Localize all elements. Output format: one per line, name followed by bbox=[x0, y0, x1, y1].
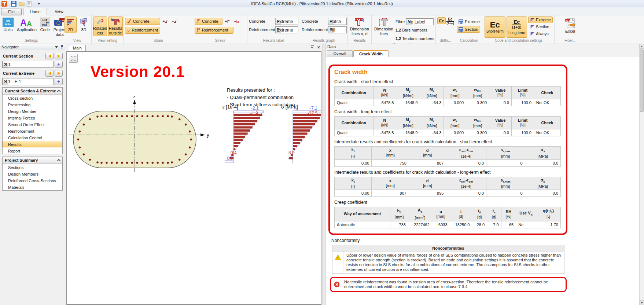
tab-overall[interactable]: Overall bbox=[327, 50, 353, 57]
customize-toolbar-icon[interactable] bbox=[36, 1, 42, 7]
add-section-button[interactable]: + bbox=[55, 61, 63, 68]
code-button[interactable]: 1,159025.8 Code bbox=[39, 16, 51, 33]
table-cell: 7.0 bbox=[487, 221, 501, 228]
stress-concrete-button[interactable]: Concrete bbox=[195, 18, 222, 25]
collapse-panel-icon[interactable] bbox=[310, 45, 314, 49]
add-extreme-button[interactable]: + bbox=[55, 78, 63, 85]
next-extreme-button[interactable] bbox=[55, 70, 63, 77]
sidebar-item-cross-section[interactable]: Cross-section bbox=[3, 95, 62, 101]
tab-file[interactable]: File bbox=[1, 8, 22, 15]
stiffness-ec-phi-button[interactable]: Ec(1+φ) bbox=[446, 18, 454, 25]
stress-concrete-icon bbox=[197, 19, 200, 23]
sidebar-item-materials[interactable]: Materials bbox=[3, 184, 62, 190]
strain-concrete-button[interactable]: Concrete bbox=[125, 18, 160, 25]
sidebar-item-report[interactable]: Report bbox=[3, 147, 62, 154]
sidebar-item-results[interactable]: Results bbox=[3, 141, 62, 147]
results-label-concrete-select[interactable]: Extreme bbox=[275, 18, 298, 25]
scrollbar-thumb[interactable] bbox=[640, 49, 644, 112]
long-term-button[interactable]: Ec(1+φ) Long-term bbox=[507, 16, 527, 38]
sidebar-item-reinforced-cross-sections[interactable]: Reinforced Cross-Sections bbox=[3, 177, 62, 184]
sidebar-item-reinforcement[interactable]: Reinforcement bbox=[3, 128, 62, 134]
table-cell: 0.000 bbox=[444, 129, 466, 136]
warning-icon: ! bbox=[332, 251, 343, 273]
sidebar-item-design-member[interactable]: Design Member bbox=[3, 108, 62, 114]
dimension-lines-xd-button[interactable]: Dimension lines x, d bbox=[349, 16, 370, 37]
calculation-section-button[interactable]: Section bbox=[457, 26, 480, 33]
tab-home[interactable]: Home bbox=[23, 8, 47, 16]
strain-minus-icon[interactable]: − bbox=[170, 18, 179, 25]
sidebar-item-sections[interactable]: Sections bbox=[3, 164, 62, 170]
view-3d-button[interactable]: 3D bbox=[78, 16, 90, 33]
tab-view[interactable]: View bbox=[48, 8, 70, 15]
close-icon[interactable]: ✕ bbox=[317, 45, 320, 49]
strain-reinforcement-button[interactable]: Reinforcement bbox=[125, 27, 160, 34]
results-graph-reinforcement-select[interactable]: Fill bbox=[328, 26, 347, 33]
inter-short-table: kt[-]x[mm]d[mm]εsm-εcm[1e-4]sr,max[mm]σs… bbox=[334, 146, 561, 166]
rotated-css-button[interactable]: Rotated css bbox=[93, 16, 107, 36]
table-cell: 0.0 bbox=[489, 99, 512, 106]
column-header: εsm-εcm[1e-4] bbox=[446, 177, 486, 190]
column-header: ts[d] bbox=[487, 207, 501, 221]
data-scrollbar[interactable] bbox=[639, 44, 644, 305]
application-button[interactable]: AA Application bbox=[16, 16, 38, 33]
save-icon[interactable] bbox=[11, 1, 17, 7]
stiffness-ec-button[interactable]: Ec bbox=[437, 17, 446, 24]
sidebar-item-calculation-control[interactable]: Calculation Control bbox=[3, 134, 62, 141]
calculation-extreme-button[interactable]: Extreme bbox=[457, 18, 482, 25]
scroll-down-icon[interactable] bbox=[640, 300, 644, 305]
results-graph-concrete-select[interactable]: Hatch bbox=[328, 18, 347, 25]
project-summary-header[interactable]: Project Summary bbox=[3, 157, 62, 164]
excel-export-button[interactable]: XLS Excel bbox=[564, 16, 577, 34]
open-folder-icon[interactable] bbox=[18, 1, 25, 7]
table-cell: Automatic bbox=[335, 221, 390, 228]
nonconformities-header: Nonconformities bbox=[332, 245, 564, 251]
next-section-button[interactable] bbox=[55, 53, 63, 59]
group-label-results: Results bbox=[348, 38, 371, 44]
stress-minus-icon[interactable]: − bbox=[233, 18, 241, 25]
table-cell: 0.0 bbox=[489, 129, 512, 136]
new-document-icon[interactable] bbox=[26, 1, 32, 7]
navigator-menu-icon[interactable] bbox=[55, 46, 58, 48]
bars-numbers-toggle[interactable]: 1,2Bars numbers bbox=[395, 26, 434, 34]
pin-icon[interactable] bbox=[60, 45, 63, 49]
fibre-select[interactable]: No Label bbox=[406, 18, 434, 25]
tendons-numbers-toggle[interactable]: 1,2Tendons numbers bbox=[395, 35, 434, 42]
table-cell: 2227462 bbox=[408, 221, 432, 228]
code-extreme-button[interactable]: Extreme bbox=[528, 16, 553, 23]
short-term-button[interactable]: Ec Short-term bbox=[485, 16, 505, 38]
sidebar-item-design-members[interactable]: Design Members bbox=[3, 170, 62, 177]
stress-top-value: -37.5 bbox=[308, 111, 317, 116]
stress-plus-icon[interactable]: + bbox=[224, 18, 232, 25]
sidebar-item-internal-forces[interactable]: Internal Forces bbox=[3, 114, 62, 121]
code-section-button[interactable]: Section bbox=[528, 23, 553, 30]
z-axis-arrow bbox=[133, 100, 136, 104]
panel-splitter[interactable] bbox=[323, 44, 325, 305]
section-extreme-header[interactable]: Current Section & Extreme bbox=[3, 88, 62, 95]
strain-top-elastic-value: -2.1 bbox=[251, 106, 259, 111]
results-graph-reinforcement: Reinforcement bbox=[302, 27, 327, 32]
prev-section-button[interactable] bbox=[45, 53, 54, 59]
drawing-canvas[interactable]: ↖↗↙↘ Version 20.1 Results presented for … bbox=[66, 51, 321, 305]
dimension-lines-button[interactable]: Dimension lines bbox=[373, 16, 394, 37]
current-section-select[interactable]: S 1 bbox=[2, 61, 54, 68]
results-label-reinforcement-select[interactable]: Extreme bbox=[275, 26, 298, 33]
current-extreme-label: Current Extreme bbox=[3, 70, 63, 77]
view-2d-button[interactable]: 2D bbox=[65, 16, 77, 33]
code-always-button[interactable]: Always bbox=[528, 30, 553, 37]
strain-bottom-value: 0.4 bbox=[231, 150, 237, 155]
strain-plus-icon[interactable]: + bbox=[161, 18, 169, 25]
prev-extreme-button[interactable] bbox=[45, 70, 54, 77]
current-extreme-select[interactable]: S 1 - E 1 bbox=[2, 78, 54, 85]
tab-crack-width[interactable]: Crack Width bbox=[353, 50, 389, 57]
workspace: Navigator Current Section S 1 + Current … bbox=[0, 44, 644, 305]
z-axis-label: z bbox=[133, 95, 136, 99]
sidebar-item-second-order-effect[interactable]: Second Order Effect bbox=[3, 121, 62, 128]
stress-reinforcement-button[interactable]: Reinforcement bbox=[195, 27, 233, 34]
scroll-up-icon[interactable] bbox=[640, 44, 644, 49]
results-outside-button[interactable]: Results outside bbox=[108, 16, 123, 36]
svg-text:A: A bbox=[27, 20, 32, 27]
tab-main[interactable]: Main bbox=[69, 45, 86, 51]
fit-view-button[interactable]: ↖↗↙↘ bbox=[69, 54, 78, 63]
sidebar-item-prestressing[interactable]: Prestressing bbox=[3, 101, 62, 108]
units-button[interactable]: kNMPa Units bbox=[1, 16, 15, 33]
